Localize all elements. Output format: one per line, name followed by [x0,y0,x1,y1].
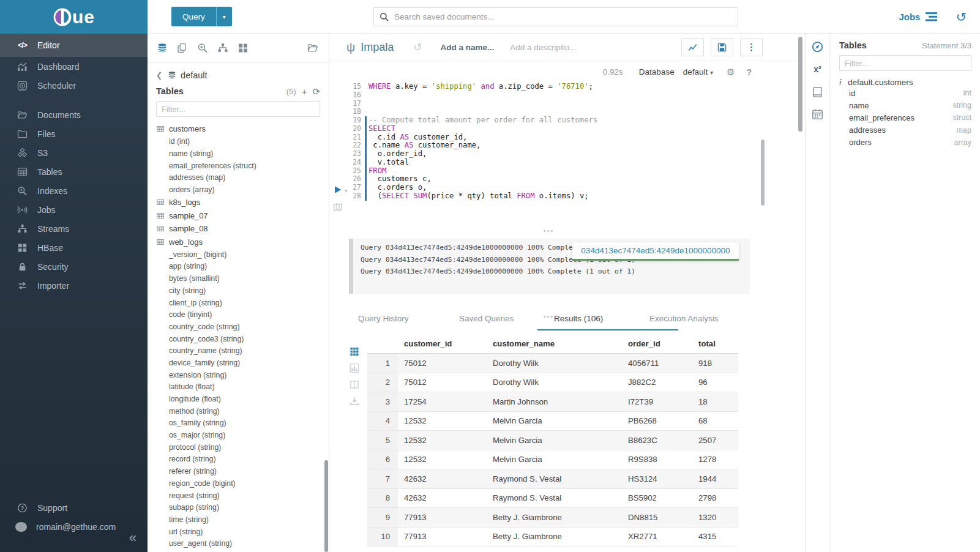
right-column-orders[interactable]: ordersarray [839,136,971,149]
column-item[interactable]: referer (string) [156,465,320,477]
column-header-order-id[interactable]: order_id [622,339,692,348]
hbase-source-icon[interactable] [238,43,249,53]
right-column-email-preferences[interactable]: email_preferencesstruct [839,111,971,124]
engine-title[interactable]: Impala [361,41,394,54]
search-input[interactable] [394,12,732,21]
column-item[interactable]: email_preferences (struct) [156,160,320,172]
column-item[interactable]: record (string) [156,453,320,466]
results-columns-icon[interactable] [350,380,359,389]
active-table-ref[interactable]: i default.customers [839,77,971,87]
table-item-sample-08[interactable]: sample_08 [156,222,320,236]
column-item[interactable]: client_ip (string) [156,297,320,309]
sidebar-item-indexes[interactable]: Indexes [0,181,148,200]
sidebar-item-hbase[interactable]: HBase [0,238,148,257]
results-download-icon[interactable] [350,397,359,406]
column-item[interactable]: orders (array) [156,184,320,196]
query-id-tooltip[interactable]: 034d413ec7474ed5:4249de1000000000 [572,242,739,261]
column-item[interactable]: user_agent (string) [156,537,320,550]
sidebar-user[interactable]: R romain@gethue.com [0,517,148,536]
column-item[interactable]: latitude (float) [156,381,320,393]
column-item[interactable]: country_code (string) [156,321,320,333]
sidebar-item-s3[interactable]: S3 [0,143,148,162]
table-item-sample-07[interactable]: sample_07 [156,209,320,222]
query-dropdown-caret[interactable]: ▾ [216,7,232,26]
files-source-icon[interactable] [307,43,318,53]
query-button-label[interactable]: Query [171,7,216,26]
schedule-icon[interactable] [812,108,823,120]
column-item[interactable]: name (string) [156,147,320,160]
column-item[interactable]: os_major (string) [156,429,320,441]
hue-logo[interactable]: ue [0,0,148,34]
sidebar-item-editor[interactable]: </>Editor [0,34,148,57]
sidebar-item-support[interactable]: ? Support [0,498,148,517]
query-map-icon[interactable] [333,203,343,212]
column-item[interactable]: request (string) [156,490,320,502]
save-query-button[interactable] [711,38,733,56]
table-item-web-logs[interactable]: web_logs [156,235,320,248]
column-item[interactable]: addresses (map) [156,172,320,184]
databases-source-icon[interactable] [157,43,168,53]
column-item[interactable]: country_code3 (string) [156,333,320,345]
sidebar-item-tables[interactable]: Tables [0,162,148,181]
column-item[interactable]: device_family (string) [156,357,320,369]
snippet-history-icon[interactable]: ↺ [413,41,422,54]
column-item[interactable]: method (string) [156,405,320,417]
right-filter-input[interactable] [845,59,966,68]
add-table-icon[interactable]: + [302,87,307,96]
column-header-customer-id[interactable]: customer_id [398,339,487,348]
jobs-list-icon[interactable] [926,12,937,21]
database-name[interactable]: default [181,70,208,80]
table-item-customers[interactable]: customers [156,122,320,136]
refresh-tables-icon[interactable]: ⟳ [312,87,320,96]
left-panel-scrollbar[interactable] [324,460,328,552]
sidebar-item-streams[interactable]: Streams [0,219,148,238]
chart-settings-button[interactable] [681,38,704,56]
editor-scrollbar[interactable] [761,140,765,206]
more-actions-button[interactable]: ⋮ [740,38,763,56]
column-item[interactable]: time (string) [156,513,320,526]
sidebar-item-dashboard[interactable]: Dashboard [0,57,148,76]
right-column-addresses[interactable]: addressesmap [839,124,971,136]
global-search[interactable] [373,7,738,26]
column-item[interactable]: os_family (string) [156,417,320,430]
query-name-field[interactable]: Add a name... [441,43,495,52]
table-item-k8s-logs[interactable]: k8s_logs [156,196,320,209]
column-item[interactable]: protocol (string) [156,441,320,453]
documents-source-icon[interactable] [177,43,188,53]
column-item[interactable]: city (string) [156,285,320,297]
sidebar-item-files[interactable]: Files [0,124,148,143]
back-chevron-icon[interactable]: ❮ [156,71,162,80]
collapse-sidebar-icon[interactable]: « [129,530,137,546]
database-select[interactable]: default ▾ [683,67,713,76]
sidebar-item-scheduler[interactable]: Scheduler [0,76,148,95]
main-scrollbar[interactable] [798,37,802,132]
column-item[interactable]: code (tinyint) [156,308,320,321]
settings-gear-icon[interactable]: ⚙ [727,67,735,78]
language-reference-icon[interactable] [812,86,823,98]
streams-source-icon[interactable] [217,43,228,53]
editor-resize-handle[interactable]: ••• [329,227,768,234]
sidebar-item-security[interactable]: Security [0,257,148,276]
sidebar-item-documents[interactable]: Documents [0,105,148,124]
right-column-id[interactable]: idint [839,87,971,99]
execute-query-button[interactable] [334,185,342,194]
assist-explorer-icon[interactable] [812,41,823,53]
tab-results[interactable]: Results (106) [554,314,603,323]
column-item[interactable]: subapp (string) [156,501,320,513]
query-description-field[interactable]: Add a descriptio... [510,43,576,52]
column-item[interactable]: id (int) [156,136,320,148]
column-header-total[interactable]: total [692,339,738,348]
sql-code-editor[interactable]: 15WHERE a.key = 'shipping' and a.zip_cod… [329,83,768,201]
column-item[interactable]: region_code (bigint) [156,477,320,490]
execute-options-caret[interactable]: ▾ [345,188,348,194]
tables-filter-input[interactable] [162,105,315,114]
column-item[interactable]: extension (string) [156,369,320,381]
tab-query-history[interactable]: Query History [358,314,409,323]
right-filter[interactable] [839,55,971,71]
functions-icon[interactable]: x² [812,64,823,76]
results-grid-view-icon[interactable] [350,347,359,356]
column-item[interactable]: country_name (string) [156,345,320,357]
column-item[interactable]: app (string) [156,261,320,273]
column-header-customer-name[interactable]: customer_name [487,339,622,348]
new-query-button[interactable]: Query ▾ [171,7,232,26]
